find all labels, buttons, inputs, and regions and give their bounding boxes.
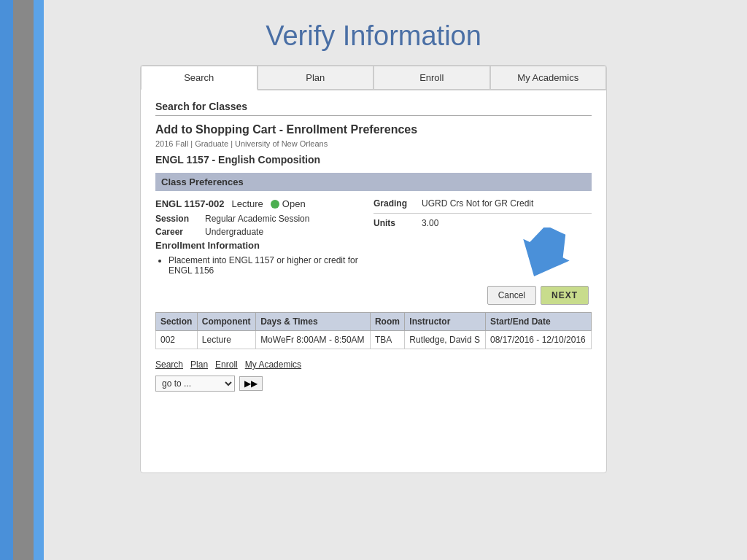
svg-marker-0 bbox=[519, 228, 570, 282]
buttons-area: Cancel Next bbox=[155, 286, 592, 305]
career-label: Career bbox=[155, 227, 199, 237]
cancel-button[interactable]: Cancel bbox=[487, 286, 536, 305]
col-days-times: Days & Times bbox=[256, 313, 371, 331]
class-preferences-header: Class Preferences bbox=[155, 173, 592, 191]
course-meta: 2016 Fall | Graduate | University of New… bbox=[155, 139, 592, 148]
schedule-table: Section Component Days & Times Room Inst… bbox=[155, 312, 592, 349]
cell-room: TBA bbox=[370, 331, 404, 349]
card-body: Search for Classes Add to Shopping Cart … bbox=[141, 90, 606, 399]
grading-row: Grading UGRD Crs Not for GR Credit bbox=[374, 198, 592, 209]
cell-instructor: Rutledge, David S bbox=[405, 331, 486, 349]
col-start-end-date: Start/End Date bbox=[485, 313, 591, 331]
cell-days-times: MoWeFr 8:00AM - 8:50AM bbox=[256, 331, 371, 349]
grading-value: UGRD Crs Not for GR Credit bbox=[422, 198, 533, 209]
units-row: Units 3.00 bbox=[374, 218, 592, 228]
session-label: Session bbox=[155, 214, 199, 224]
career-row: Career Undergraduate bbox=[155, 227, 374, 237]
col-instructor: Instructor bbox=[405, 313, 486, 331]
class-info-left: ENGL 1157-002 Lecture Open Session Regul… bbox=[155, 198, 374, 276]
course-name: ENGL 1157 - English Composition bbox=[155, 154, 592, 166]
table-row: 002 Lecture MoWeFr 8:00AM - 8:50AM TBA R… bbox=[156, 331, 592, 349]
footer-nav: Search Plan Enroll My Academics bbox=[155, 359, 592, 370]
table-header-row: Section Component Days & Times Room Inst… bbox=[156, 313, 592, 331]
blue-arrow-container bbox=[519, 228, 570, 285]
table-body: 002 Lecture MoWeFr 8:00AM - 8:50AM TBA R… bbox=[156, 331, 592, 349]
career-value: Undergraduate bbox=[205, 227, 263, 237]
enrollment-list: Placement into ENGL 1157 or higher or cr… bbox=[169, 255, 374, 276]
decorative-blue-bar-left bbox=[0, 0, 13, 560]
col-room: Room bbox=[370, 313, 404, 331]
footer-link-search[interactable]: Search bbox=[155, 359, 183, 370]
decorative-blue-bar2 bbox=[34, 0, 44, 560]
col-component: Component bbox=[197, 313, 255, 331]
tab-bar: Search Plan Enroll My Academics bbox=[141, 66, 606, 90]
status-label: Open bbox=[282, 198, 306, 209]
class-type: Lecture bbox=[231, 198, 263, 209]
cell-section: 002 bbox=[156, 331, 198, 349]
grading-label: Grading bbox=[374, 198, 417, 209]
status-dot-open bbox=[271, 200, 279, 209]
footer-link-my-academics[interactable]: My Academics bbox=[245, 359, 301, 370]
divider bbox=[374, 213, 592, 214]
footer-link-plan[interactable]: Plan bbox=[190, 359, 208, 370]
goto-row: go to ... Search Plan Enroll My Academic… bbox=[155, 376, 592, 392]
main-card: Search Plan Enroll My Academics Search f… bbox=[140, 65, 607, 473]
class-info-right: Grading UGRD Crs Not for GR Credit Units… bbox=[374, 198, 592, 231]
class-number: ENGL 1157-002 bbox=[155, 198, 224, 209]
class-number-row: ENGL 1157-002 Lecture Open bbox=[155, 198, 374, 209]
blue-arrow-icon bbox=[519, 228, 570, 282]
goto-button[interactable]: ▶▶ bbox=[239, 376, 263, 391]
decorative-gray-bar bbox=[13, 0, 34, 560]
breadcrumb: Search for Classes bbox=[155, 101, 592, 116]
goto-select[interactable]: go to ... Search Plan Enroll My Academic… bbox=[155, 376, 235, 392]
page-title: Verify Information bbox=[0, 0, 747, 65]
page-subtitle: Add to Shopping Cart - Enrollment Prefer… bbox=[155, 123, 592, 136]
tab-my-academics[interactable]: My Academics bbox=[490, 66, 607, 89]
units-label: Units bbox=[374, 218, 417, 228]
enrollment-info-heading: Enrollment Information bbox=[155, 240, 374, 251]
footer-link-enroll[interactable]: Enroll bbox=[215, 359, 238, 370]
session-row: Session Regular Academic Session bbox=[155, 214, 374, 224]
enrollment-bullet: Placement into ENGL 1157 or higher or cr… bbox=[169, 255, 374, 276]
units-value: 3.00 bbox=[422, 218, 438, 228]
tab-enroll[interactable]: Enroll bbox=[374, 66, 490, 89]
cell-component: Lecture bbox=[197, 331, 255, 349]
next-button[interactable]: Next bbox=[541, 286, 589, 305]
tab-plan[interactable]: Plan bbox=[258, 66, 374, 89]
slide-container: Verify Information Search Plan Enroll My… bbox=[0, 0, 747, 560]
col-section: Section bbox=[156, 313, 198, 331]
table-header: Section Component Days & Times Room Inst… bbox=[156, 313, 592, 331]
cell-start-end-date: 08/17/2016 - 12/10/2016 bbox=[485, 331, 591, 349]
status-badge: Open bbox=[271, 198, 306, 209]
session-value: Regular Academic Session bbox=[205, 214, 309, 224]
tab-search[interactable]: Search bbox=[141, 66, 258, 90]
